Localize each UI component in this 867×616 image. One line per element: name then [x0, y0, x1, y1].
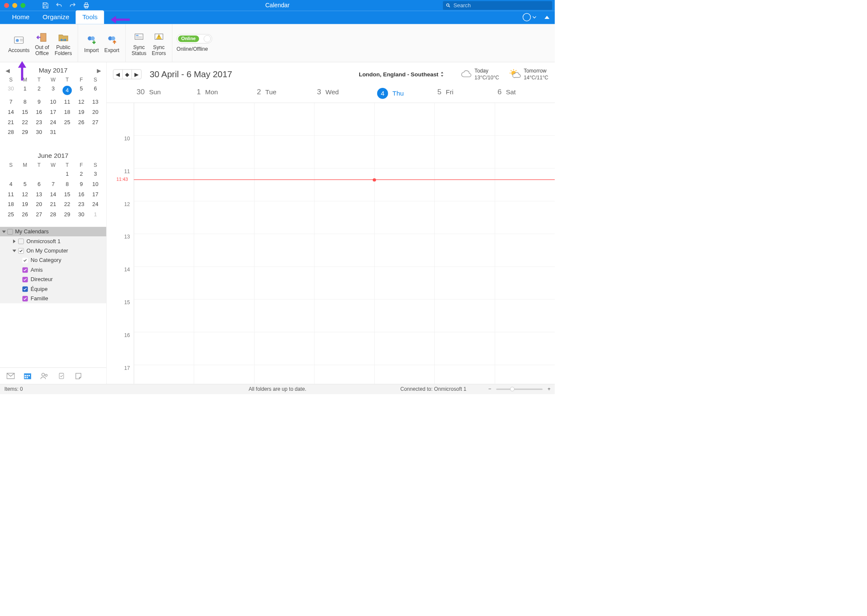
- mini-cal-day[interactable]: 12: [18, 191, 32, 198]
- mini-cal-day[interactable]: 29: [18, 129, 32, 136]
- time-slot[interactable]: [134, 201, 194, 234]
- time-slot[interactable]: [194, 267, 254, 299]
- time-slot[interactable]: [495, 332, 555, 365]
- mini-cal-day[interactable]: 18: [60, 109, 74, 115]
- public-folders-button[interactable]: Public Folders: [53, 30, 73, 57]
- time-slot[interactable]: [495, 234, 555, 267]
- time-slot[interactable]: [314, 234, 375, 267]
- mini-cal-day[interactable]: 1: [60, 171, 74, 177]
- mini-cal-day[interactable]: 22: [18, 119, 32, 125]
- day-header[interactable]: 2Tue: [254, 86, 314, 102]
- mini-cal-day[interactable]: 28: [46, 211, 60, 218]
- mini-cal-day[interactable]: 26: [18, 211, 32, 218]
- time-slot[interactable]: [134, 103, 194, 136]
- next-week-button[interactable]: ▶: [132, 70, 141, 79]
- time-slot[interactable]: [194, 201, 254, 234]
- time-slot[interactable]: [435, 365, 495, 384]
- time-slot[interactable]: [314, 365, 375, 384]
- tree-row[interactable]: On My Computer: [0, 246, 106, 256]
- time-slot[interactable]: [495, 365, 555, 384]
- mini-cal-day[interactable]: 25: [4, 211, 18, 218]
- mini-cal-day[interactable]: 20: [32, 201, 46, 208]
- mini-cal-day[interactable]: 25: [60, 119, 74, 125]
- time-slot[interactable]: [194, 169, 254, 201]
- mini-cal-day[interactable]: 30: [74, 211, 88, 218]
- zoom-window-button[interactable]: [20, 3, 26, 8]
- accounts-button[interactable]: Accounts: [6, 33, 31, 54]
- time-slot[interactable]: [375, 267, 435, 299]
- time-slot[interactable]: [134, 299, 194, 332]
- mini-cal-day[interactable]: 14: [4, 109, 18, 115]
- zoom-control[interactable]: − +: [488, 386, 550, 392]
- out-of-office-button[interactable]: Out of Office: [33, 30, 51, 57]
- search-box[interactable]: [443, 1, 552, 10]
- calendar-checkbox[interactable]: [22, 258, 28, 263]
- mini-cal-day[interactable]: 6: [88, 86, 102, 95]
- time-slot[interactable]: [314, 299, 375, 332]
- time-slot[interactable]: [495, 299, 555, 332]
- mini-cal-day[interactable]: 23: [74, 201, 88, 208]
- calendar-tab-icon[interactable]: [23, 372, 32, 380]
- mini-cal-day[interactable]: 10: [46, 99, 60, 105]
- tree-row[interactable]: Amis: [0, 265, 106, 274]
- import-button[interactable]: Import: [82, 33, 100, 54]
- day-header[interactable]: 4Thu: [375, 86, 435, 102]
- mini-cal-day[interactable]: 27: [32, 211, 46, 218]
- time-slot[interactable]: [495, 136, 555, 169]
- time-slot[interactable]: [375, 365, 435, 384]
- mini-cal-day[interactable]: 29: [60, 211, 74, 218]
- mini-cal-day[interactable]: 28: [4, 129, 18, 136]
- time-grid[interactable]: 1011121314151617: [107, 103, 555, 384]
- time-slot[interactable]: [134, 332, 194, 365]
- zoom-slider[interactable]: [496, 389, 543, 390]
- time-slot[interactable]: [254, 234, 314, 267]
- day-header[interactable]: 3Wed: [314, 86, 375, 102]
- weather-today[interactable]: Today13°C/10°C: [460, 68, 499, 81]
- tree-row[interactable]: No Category: [0, 256, 106, 265]
- mini-cal-day[interactable]: 12: [74, 99, 88, 105]
- mini-cal-day[interactable]: 17: [46, 109, 60, 115]
- print-icon[interactable]: [83, 2, 90, 9]
- mini-cal-day[interactable]: 6: [32, 181, 46, 187]
- search-input[interactable]: [454, 2, 550, 9]
- calendar-checkbox[interactable]: [22, 296, 28, 301]
- tasks-tab-icon[interactable]: [57, 372, 65, 380]
- next-month-icon[interactable]: ▶: [97, 67, 101, 73]
- calendar-checkbox[interactable]: [22, 267, 28, 273]
- mini-cal-day[interactable]: 4: [63, 86, 72, 95]
- day-header[interactable]: 30Sun: [134, 86, 194, 102]
- prev-week-button[interactable]: ◀: [113, 70, 123, 79]
- today-button[interactable]: ◆: [122, 70, 132, 79]
- zoom-in-icon[interactable]: +: [547, 386, 550, 392]
- calendar-checkbox[interactable]: [18, 238, 24, 244]
- time-slot[interactable]: [134, 267, 194, 299]
- tree-row[interactable]: Équipe: [0, 284, 106, 293]
- mini-cal-day[interactable]: 31: [46, 129, 60, 136]
- time-slot[interactable]: [375, 103, 435, 136]
- time-slot[interactable]: [435, 136, 495, 169]
- save-icon[interactable]: [42, 2, 49, 9]
- time-slot[interactable]: [375, 201, 435, 234]
- time-slot[interactable]: [314, 267, 375, 299]
- mini-cal-day[interactable]: 9: [74, 181, 88, 187]
- time-slot[interactable]: [254, 365, 314, 384]
- mini-cal-day[interactable]: 1: [88, 211, 102, 218]
- time-slot[interactable]: [435, 201, 495, 234]
- mini-cal-day[interactable]: 18: [4, 201, 18, 208]
- mini-cal-day[interactable]: 10: [88, 181, 102, 187]
- weather-tomorrow[interactable]: Tomorrow14°C/11°C: [509, 68, 548, 81]
- time-slot[interactable]: [495, 201, 555, 234]
- calendar-checkbox[interactable]: [22, 277, 28, 282]
- mini-cal-day[interactable]: 9: [32, 99, 46, 105]
- mini-cal-day[interactable]: 17: [88, 191, 102, 198]
- time-slot[interactable]: [314, 169, 375, 201]
- time-slot[interactable]: [194, 332, 254, 365]
- tree-row[interactable]: Directeur: [0, 275, 106, 284]
- mini-cal-day[interactable]: 24: [88, 201, 102, 208]
- mini-cal-day[interactable]: 26: [74, 119, 88, 125]
- mini-cal-day[interactable]: 19: [18, 201, 32, 208]
- my-calendars-header[interactable]: My Calendars: [0, 227, 106, 236]
- time-slot[interactable]: [314, 332, 375, 365]
- time-slot[interactable]: [435, 299, 495, 332]
- weather-location[interactable]: London, England - Southeast: [359, 71, 444, 77]
